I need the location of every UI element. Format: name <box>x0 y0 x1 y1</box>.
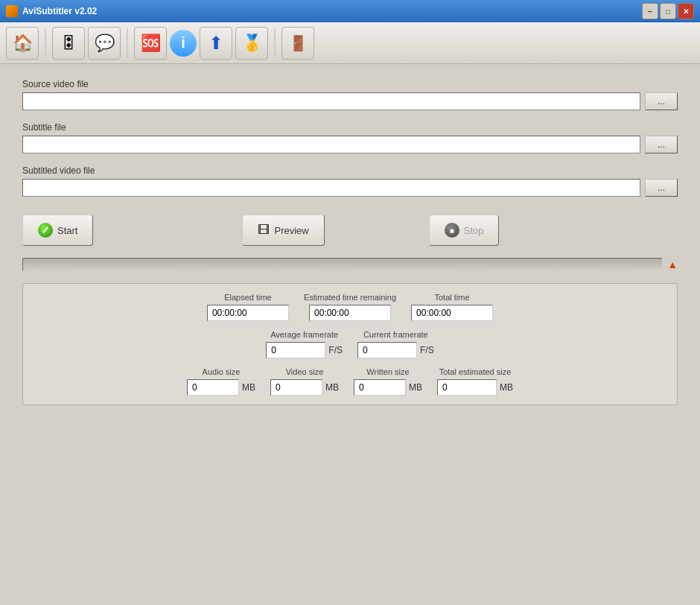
audio-size-value: 0 <box>187 379 239 396</box>
written-size-label: Written size <box>366 367 409 376</box>
toolbar-upload-button[interactable]: ⬆ <box>200 27 232 60</box>
title-bar: AviSubtitler v2.02 − □ ✕ <box>0 0 700 22</box>
cur-framerate-value: 0 <box>357 342 417 358</box>
stop-label: Stop <box>464 225 484 236</box>
written-size-inline: 0 MB <box>354 379 422 396</box>
avg-framerate-inline: 0 F/S <box>266 342 343 358</box>
subtitle-file-input[interactable] <box>22 136 640 153</box>
output-video-row: ... <box>22 179 678 197</box>
app-icon <box>6 5 18 17</box>
maximize-button[interactable]: □ <box>660 3 676 19</box>
action-row: ✓ Start 🎞 Preview ■ Stop <box>22 215 678 246</box>
toolbar-separator-3 <box>274 28 276 58</box>
total-est-size-inline: 0 MB <box>437 379 513 396</box>
estimated-time-group: Estimated time remaining 00:00:00 <box>304 293 396 321</box>
window-title: AviSubtitler v2.02 <box>22 6 97 16</box>
time-stats-row: Elapsed time 00:00:00 Estimated time rem… <box>32 293 668 321</box>
preview-label: Preview <box>274 225 308 236</box>
source-video-input[interactable] <box>22 92 640 110</box>
elapsed-time-value: 00:00:00 <box>207 305 289 321</box>
toolbar-separator-2 <box>127 28 128 58</box>
total-time-value: 00:00:00 <box>411 305 493 321</box>
cur-framerate-inline: 0 F/S <box>357 342 434 358</box>
toolbar-info-button[interactable]: i <box>170 30 197 57</box>
start-icon: ✓ <box>38 223 53 238</box>
subtitle-file-label: Subtitle file <box>22 122 678 133</box>
film-icon: 🎞 <box>258 224 270 237</box>
source-video-group: Source video file ... <box>22 79 678 110</box>
progress-bar <box>22 258 663 271</box>
toolbar-home-button[interactable]: 🏠 <box>6 27 39 60</box>
video-size-unit: MB <box>325 382 339 393</box>
elapsed-time-group: Elapsed time 00:00:00 <box>207 293 289 321</box>
toolbar-badge-button[interactable]: 🥇 <box>235 27 268 60</box>
estimated-time-value: 00:00:00 <box>309 305 391 321</box>
progress-arrow: ▲ <box>667 259 678 270</box>
total-time-label: Total time <box>435 293 470 302</box>
total-time-group: Total time 00:00:00 <box>411 293 493 321</box>
video-size-label: Video size <box>286 367 324 376</box>
title-bar-left: AviSubtitler v2.02 <box>6 5 97 17</box>
progress-container: ▲ <box>22 258 678 271</box>
stop-button[interactable]: ■ Stop <box>429 215 500 246</box>
title-controls: − □ ✕ <box>642 3 694 19</box>
source-video-browse-button[interactable]: ... <box>645 92 678 110</box>
toolbar-mixer-button[interactable]: 🎛 <box>52 27 85 60</box>
avg-framerate-label: Average framerate <box>270 330 338 339</box>
cur-framerate-group: Current framerate 0 F/S <box>357 330 434 358</box>
toolbar-separator-1 <box>45 28 46 58</box>
written-size-value: 0 <box>354 379 406 396</box>
video-size-inline: 0 MB <box>270 379 339 396</box>
stats-panel: Elapsed time 00:00:00 Estimated time rem… <box>22 283 678 405</box>
toolbar: 🏠 🎛 💬 🆘 i ⬆ 🥇 🚪 <box>0 22 700 64</box>
framerate-stats-row: Average framerate 0 F/S Current framerat… <box>32 330 668 358</box>
source-video-row: ... <box>22 92 678 110</box>
cur-framerate-label: Current framerate <box>363 330 428 339</box>
total-est-size-label: Total estimated size <box>439 367 512 376</box>
total-est-size-unit: MB <box>500 382 513 393</box>
video-size-value: 0 <box>270 379 322 396</box>
subtitle-file-group: Subtitle file ... <box>22 122 678 153</box>
estimated-time-label: Estimated time remaining <box>304 293 396 302</box>
audio-size-group: Audio size 0 MB <box>187 367 255 396</box>
cur-framerate-unit: F/S <box>420 345 434 355</box>
stop-icon: ■ <box>445 223 459 238</box>
audio-size-label: Audio size <box>203 367 241 376</box>
toolbar-exit-button[interactable]: 🚪 <box>281 27 314 60</box>
close-button[interactable]: ✕ <box>678 3 694 19</box>
output-video-group: Subtitled video file ... <box>22 165 678 197</box>
start-label: Start <box>57 225 77 236</box>
main-content: Source video file ... Subtitle file ... … <box>0 64 700 605</box>
written-size-group: Written size 0 MB <box>354 367 422 396</box>
preview-button[interactable]: 🎞 Preview <box>242 215 324 246</box>
written-size-unit: MB <box>409 382 422 393</box>
total-est-size-group: Total estimated size 0 MB <box>437 367 513 396</box>
avg-framerate-unit: F/S <box>328 345 343 355</box>
output-video-label: Subtitled video file <box>22 165 678 176</box>
start-button[interactable]: ✓ Start <box>22 215 93 246</box>
toolbar-help-button[interactable]: 🆘 <box>134 27 167 60</box>
avg-framerate-value: 0 <box>266 342 325 358</box>
total-est-size-value: 0 <box>437 379 497 396</box>
subtitle-file-row: ... <box>22 136 678 153</box>
elapsed-time-label: Elapsed time <box>224 293 272 302</box>
subtitle-file-browse-button[interactable]: ... <box>645 136 678 153</box>
audio-size-unit: MB <box>242 382 255 393</box>
video-size-group: Video size 0 MB <box>270 367 339 396</box>
source-video-label: Source video file <box>22 79 678 89</box>
toolbar-subtitle-button[interactable]: 💬 <box>88 27 121 60</box>
avg-framerate-group: Average framerate 0 F/S <box>266 330 343 358</box>
minimize-button[interactable]: − <box>642 3 658 19</box>
size-stats-row: Audio size 0 MB Video size 0 MB Written … <box>32 367 668 396</box>
output-video-browse-button[interactable]: ... <box>645 179 678 197</box>
audio-size-inline: 0 MB <box>187 379 255 396</box>
output-video-input[interactable] <box>22 179 640 197</box>
